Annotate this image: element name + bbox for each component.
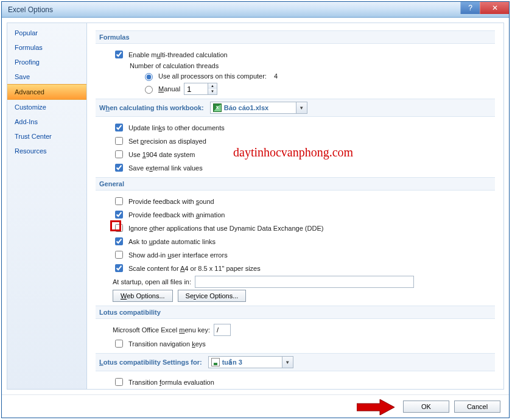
dialog-body: Popular Formulas Proofing Save Advanced … [2, 18, 509, 394]
nav-resources[interactable]: Resources [7, 144, 86, 158]
section-calc-workbook: When calculating this workbook: X Báo cá… [96, 99, 495, 117]
label-enable-mt: Enable multi-threaded calculation [128, 51, 228, 58]
label-ignore-dde: Ignore other applications that use Dynam… [128, 225, 323, 232]
dropdown-lotus-sheet[interactable]: tuần 3 ▼ [208, 356, 293, 368]
label-num-threads: Number of calculation threads [130, 62, 219, 69]
checkbox-set-precision[interactable] [115, 137, 123, 145]
spinner-manual[interactable]: ▲ ▼ [184, 83, 217, 95]
excel-file-icon: X [213, 103, 222, 112]
label-startup-open: At startup, open all files in: [113, 278, 191, 285]
section-lotus: Lotus compatibility [96, 306, 495, 319]
label-use-1904: Use 1904 date system [128, 151, 195, 158]
dialog-title: Excel Options [2, 5, 53, 14]
ok-button[interactable]: OK [403, 401, 449, 413]
help-button[interactable]: ? [460, 2, 480, 14]
dropdown-lotus-value: tuần 3 [222, 359, 242, 366]
section-general: General [96, 177, 495, 191]
label-trans-formula-eval: Transition formula evaluation [128, 379, 214, 386]
label-update-links: Update links to other documents [128, 124, 225, 131]
checkbox-enable-mt[interactable] [115, 51, 123, 58]
cancel-button[interactable]: Cancel [454, 401, 500, 413]
radio-use-all[interactable] [145, 73, 153, 81]
checkbox-use-1904[interactable] [115, 150, 123, 158]
content-panel: Formulas Enable multi-threaded calculati… [87, 23, 504, 390]
checkbox-feedback-anim[interactable] [115, 211, 123, 219]
row-manual: Manual ▲ ▼ [142, 83, 495, 95]
row-enable-mt: Enable multi-threaded calculation [113, 49, 495, 60]
dropdown-workbook[interactable]: X Báo cáo1.xlsx ▼ [210, 102, 307, 114]
label-manual: Manual [158, 85, 180, 93]
nav-popular[interactable]: Popular [7, 26, 86, 40]
window-buttons: ? ✕ [460, 2, 509, 14]
chevron-down-icon[interactable]: ▼ [296, 102, 307, 113]
chevron-down-icon[interactable]: ▼ [282, 357, 293, 368]
label-trans-nav: Transition navigation keys [128, 340, 206, 348]
nav-addins[interactable]: Add-Ins [7, 114, 86, 129]
input-manual-value[interactable] [184, 83, 208, 94]
label-menu-key: Microsoft Office Excel menu key: [113, 326, 210, 334]
spinner-down-icon[interactable]: ▼ [208, 89, 217, 94]
nav-proofing[interactable]: Proofing [7, 55, 86, 69]
label-lotus-settings: Lotus compatibility Settings for: [99, 359, 202, 366]
label-calc-workbook: When calculating this workbook: [99, 104, 204, 111]
nav-customize[interactable]: Customize [7, 100, 86, 114]
nav-advanced[interactable]: Advanced [7, 84, 86, 100]
nav-sidebar: Popular Formulas Proofing Save Advanced … [7, 23, 87, 390]
checkbox-ask-update[interactable] [115, 237, 123, 245]
dropdown-workbook-value: Báo cáo1.xlsx [224, 104, 268, 111]
nav-formulas[interactable]: Formulas [7, 40, 86, 55]
nav-save[interactable]: Save [7, 69, 86, 84]
input-menu-key[interactable] [214, 324, 231, 336]
input-startup-open[interactable] [195, 276, 414, 288]
btn-web-options[interactable]: Web Options... [113, 290, 173, 302]
titlebar: Excel Options ? ✕ [2, 2, 509, 18]
label-use-all: Use all processors on this computer: [158, 72, 267, 80]
worksheet-icon [211, 358, 220, 366]
section-lotus-settings: Lotus compatibility Settings for: tuần 3… [96, 353, 495, 371]
checkbox-feedback-sound[interactable] [115, 197, 123, 205]
label-show-addin-err: Show add-in user interface errors [128, 251, 228, 259]
excel-options-dialog: Excel Options ? ✕ Popular Formulas Proof… [1, 1, 510, 418]
checkbox-ignore-dde[interactable] [115, 224, 123, 232]
checkbox-save-ext-links[interactable] [115, 164, 123, 172]
row-thread-count-label: Number of calculation threads [130, 62, 495, 69]
checkbox-trans-formula-eval[interactable] [115, 378, 123, 386]
label-set-precision: Set precision as displayed [128, 138, 206, 145]
spinner-up-icon[interactable]: ▲ [208, 83, 217, 89]
label-save-ext-links: Save external link values [128, 164, 203, 172]
label-feedback-sound: Provide feedback with sound [128, 198, 214, 205]
btn-service-options[interactable]: Service Options... [178, 290, 247, 302]
nav-trustcenter[interactable]: Trust Center [7, 129, 86, 144]
label-scale-a4: Scale content for A4 or 8.5 x 11" paper … [128, 265, 261, 272]
dialog-footer: OK Cancel [2, 394, 509, 418]
radio-manual[interactable] [145, 86, 153, 94]
label-feedback-anim: Provide feedback with animation [128, 211, 225, 219]
row-use-all: Use all processors on this computer: 4 [142, 71, 495, 81]
checkbox-update-links[interactable] [115, 124, 123, 131]
value-processor-count: 4 [274, 72, 278, 80]
close-button[interactable]: ✕ [480, 2, 509, 14]
checkbox-show-addin-err[interactable] [115, 251, 123, 259]
checkbox-trans-nav[interactable] [115, 340, 123, 348]
section-formulas: Formulas [96, 30, 495, 44]
checkbox-scale-a4[interactable] [115, 264, 123, 272]
label-ask-update: Ask to update automatic links [128, 238, 216, 245]
